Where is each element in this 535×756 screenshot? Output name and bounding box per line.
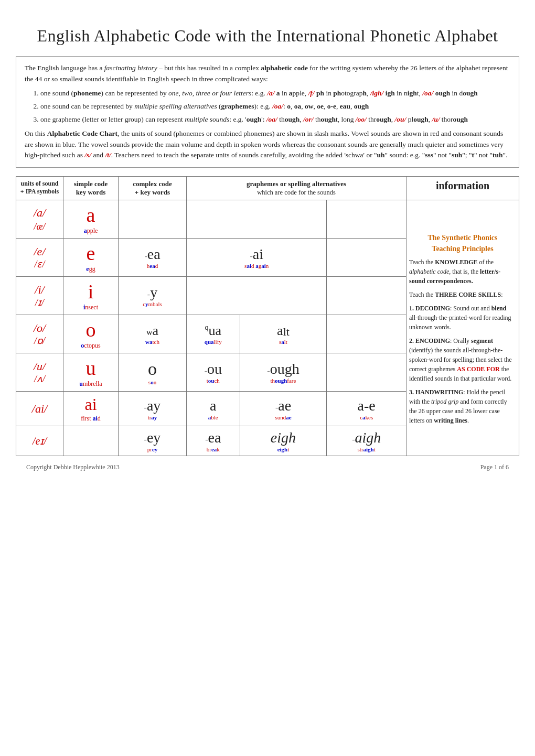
ipa-u1: /u/: [34, 360, 46, 373]
table-header-row: units of sound + IPA symbols simple code…: [16, 177, 519, 200]
grapheme-a-e-display: a-e: [329, 397, 403, 414]
header-simple-code: simple code: [74, 180, 108, 188]
grapheme-aigh-ei: -aigh straight: [327, 426, 406, 456]
ipa-i2: /ɪ/: [35, 297, 44, 308]
ipa-cell-ai: /ai/: [16, 392, 63, 426]
complex-cell-e: -ea head: [119, 239, 187, 277]
ipa-e1: /e/: [34, 245, 46, 258]
complex-cell-ai: -ay tray: [119, 392, 187, 426]
keyword-eight: eight: [243, 446, 324, 452]
info-three-core: Teach the THREE CORE SKILLS:: [409, 290, 516, 299]
header-col-graphemes: graphemes or spelling alternativeswhich …: [187, 177, 406, 200]
grapheme-eigh-ei: eigh eight: [240, 426, 327, 456]
keyword-tray: tray: [121, 414, 184, 420]
ipa-ai1: /ai/: [32, 402, 47, 415]
simple-grapheme-ai: ai: [66, 395, 115, 414]
intro-list: one sound (phoneme) can be represented b…: [25, 88, 510, 125]
keyword-straight: straight: [329, 446, 403, 452]
keyword-head: head: [121, 263, 184, 269]
simple-keyword-ai: first aid: [81, 415, 101, 422]
info-header-title: information: [436, 180, 489, 191]
keyword-cakes: cakes: [329, 414, 403, 420]
info-column: The Synthetic PhonicsTeaching Principles…: [406, 200, 519, 456]
intro-list-item-3: one grapheme (letter or letter group) ca…: [40, 114, 510, 125]
footer-page-number: Page 1 of 6: [480, 463, 509, 471]
graphemes-empty-o: [327, 315, 406, 353]
ipa-a1: /a/: [34, 206, 46, 219]
grapheme-ou-display: -ou: [189, 361, 237, 377]
header-complex-key-words: + key words: [135, 188, 170, 196]
grapheme-y-i: -y: [121, 284, 184, 301]
info-knowledge: Teach the KNOWLEDGE of the alphabetic co…: [409, 257, 516, 286]
info-handwriting: 3. HANDWRITING: Hold the pencil with the…: [409, 387, 516, 425]
grapheme-alt: alt salt: [240, 315, 327, 353]
ipa-cell-o: /o/ /ɒ/: [16, 315, 63, 353]
synth-phonics-header: The Synthetic PhonicsTeaching Principles: [409, 232, 516, 254]
grapheme-alt-display: alt: [243, 323, 324, 339]
ipa-i1: /i/: [35, 283, 44, 296]
keyword-son: son: [121, 379, 184, 385]
graphemes-empty-u: [327, 353, 406, 392]
simple-grapheme-a: a: [66, 203, 115, 226]
keyword-touch: touch: [189, 377, 237, 384]
simple-cell-ei: [63, 426, 119, 456]
keyword-thoroughfare: thoughfare: [243, 377, 324, 384]
grapheme-eigh-display: eigh: [243, 429, 324, 446]
grapheme-aigh-display: -aigh: [329, 429, 403, 446]
ipa-cell-e: /e/ /ɛ/: [16, 239, 63, 277]
keyword-salt: salt: [243, 339, 324, 345]
simple-cell-e: e egg: [63, 239, 119, 277]
header-col-simple: simple code key words: [63, 177, 119, 200]
grapheme-wa: wa: [121, 323, 184, 339]
grapheme-ea-ei: -ea break: [187, 426, 240, 456]
footer-copyright: Copyright Debbie Hepplewhite 2013: [26, 463, 120, 471]
header-ipa-symbols: + IPA symbols: [20, 188, 59, 195]
intro-paragraph-1: The English language has a fascinating h…: [25, 63, 510, 85]
complex-cell-u: o son: [119, 353, 187, 392]
grapheme-ough-display: -ough: [243, 361, 324, 377]
grapheme-ea: -ea: [121, 246, 184, 263]
graphemes-empty-i3: [327, 277, 406, 315]
ipa-e2: /ɛ/: [34, 259, 45, 269]
keyword-watch: watch: [121, 339, 184, 345]
intro-list-item-2: one sound can be represented by multiple…: [40, 101, 510, 112]
ipa-ei1: /eɪ/: [33, 435, 47, 447]
info-encoding: 2. ENCODING: Orally segment (identify) t…: [409, 336, 516, 383]
simple-cell-a: a apple: [63, 200, 119, 239]
grapheme-o-u: o: [121, 359, 184, 379]
page-title: English Alphabetic Code with the Interna…: [16, 10, 519, 56]
keyword-qualify: qualify: [189, 339, 237, 345]
complex-cell-i: -y cymbals: [119, 277, 187, 315]
info-decoding: 1. DECODING: Sound out and blend all-thr…: [409, 304, 516, 332]
complex-cell-o: wa watch: [119, 315, 187, 353]
simple-cell-u: u umbrella: [63, 353, 119, 392]
grapheme-a-display: a: [189, 397, 237, 414]
ipa-u2: /ʌ/: [34, 374, 45, 384]
header-col-info: information: [406, 177, 519, 200]
keyword-break: break: [189, 446, 237, 452]
keyword-prey: prey: [121, 446, 184, 452]
ipa-o2: /ɒ/: [34, 336, 45, 346]
simple-keyword-a: apple: [84, 227, 98, 234]
grapheme-a-e-ai: a-e cakes: [327, 392, 406, 426]
grapheme-ay: -ay: [121, 397, 184, 414]
grapheme-ough-u: -ough thoughfare: [240, 353, 327, 392]
grapheme-ou-u: -ou touch: [187, 353, 240, 392]
grapheme-ae-ai: -ae sundae: [240, 392, 327, 426]
graphemes-empty-a: [327, 200, 406, 239]
header-col-complex: complex code + key words: [119, 177, 187, 200]
graphemes-extra-a: [187, 200, 327, 239]
ipa-cell-u: /u/ /ʌ/: [16, 353, 63, 392]
ipa-a2: /æ/: [34, 221, 45, 232]
complex-cell-ei: -ey prey: [119, 426, 187, 456]
grapheme-a-ai: a able: [187, 392, 240, 426]
ipa-o1: /o/: [34, 321, 46, 334]
grapheme-ae-display: -ae: [243, 397, 324, 414]
simple-grapheme-o: o: [66, 318, 115, 341]
simple-cell-o: o octopus: [63, 315, 119, 353]
header-units-of-sound: units of sound: [20, 180, 58, 187]
grapheme-qua-display: qua: [189, 323, 237, 339]
grapheme-qua: qua qualify: [187, 315, 240, 353]
keyword-table: able: [189, 414, 237, 420]
header-col-ipa: units of sound + IPA symbols: [16, 177, 63, 200]
